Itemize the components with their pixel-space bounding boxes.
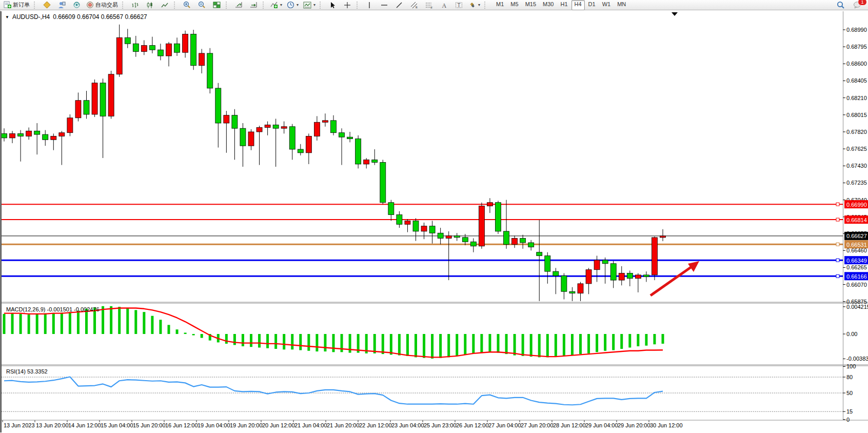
data-window-icon — [58, 1, 66, 9]
templates-button[interactable]: ▾ — [301, 0, 318, 10]
zoom-out-button[interactable] — [194, 0, 209, 10]
periods-clock-icon — [287, 1, 294, 9]
timeframe-H4[interactable]: H4 — [571, 0, 585, 10]
text-button[interactable]: A — [437, 0, 451, 10]
price-tick-label: 0.68990 — [846, 27, 867, 33]
time-axis-label: 29 Jun 04:00 — [585, 422, 618, 428]
macd-histogram-bar — [36, 314, 38, 334]
chart-canvas[interactable]: 0.689900.687950.686000.684050.682100.680… — [0, 0, 868, 433]
crosshair-button[interactable] — [340, 0, 354, 10]
trendline-icon — [396, 2, 403, 9]
hline-handle[interactable] — [836, 203, 839, 206]
indicators-button[interactable]: ▾ — [268, 0, 284, 10]
toolbar-grip — [122, 2, 126, 9]
macd-histogram-bar — [596, 334, 598, 352]
macd-histogram-bar — [291, 334, 293, 349]
candle-body — [75, 101, 81, 118]
toolbar-grip — [174, 2, 177, 9]
fibonacci-button[interactable]: F — [422, 0, 436, 10]
candle-body — [339, 133, 345, 137]
macd-histogram-bar — [480, 334, 483, 353]
candle-body — [183, 34, 188, 53]
hline-handle[interactable] — [836, 243, 839, 246]
candle-body — [174, 44, 180, 52]
toolbar-grip — [320, 2, 323, 9]
hline-price-tag-text: 0.66349 — [846, 258, 867, 264]
candle-body — [602, 260, 608, 264]
macd-histogram-bar — [143, 312, 145, 334]
equidistant-channel-icon: E — [410, 2, 418, 9]
symbol-title: AUDUSD-,H4 — [12, 13, 50, 21]
macd-histogram-bar — [497, 334, 500, 353]
cursor-button[interactable] — [325, 0, 340, 10]
macd-histogram-bar — [159, 320, 162, 334]
candle-body — [92, 83, 97, 114]
macd-histogram-bar — [546, 334, 549, 357]
macd-histogram-bar — [201, 334, 203, 338]
timeframe-M1[interactable]: M1 — [493, 0, 507, 10]
timeframe-D1[interactable]: D1 — [585, 0, 599, 10]
macd-histogram-bar — [118, 307, 121, 334]
timeframe-W1[interactable]: W1 — [599, 0, 614, 10]
trendline-button[interactable] — [392, 0, 406, 10]
macd-histogram-bar — [456, 334, 458, 356]
macd-histogram-bar — [620, 334, 623, 349]
macd-histogram-bar — [587, 334, 590, 353]
hline-handle[interactable] — [836, 274, 839, 278]
time-axis-label: 15 Jun 04:00 — [101, 422, 133, 428]
autotrading-button[interactable]: 自动交易 — [84, 0, 120, 10]
timeframe-M5[interactable]: M5 — [507, 0, 521, 10]
bar-chart-button[interactable] — [128, 0, 142, 10]
timeframe-H1[interactable]: H1 — [557, 0, 570, 10]
tile-windows-icon — [213, 1, 221, 9]
horizontal-line-button[interactable] — [377, 0, 391, 10]
notifications-button[interactable]: 1 — [850, 0, 864, 10]
price-tick-label: 0.67820 — [846, 129, 867, 135]
timeframe-MN[interactable]: MN — [614, 0, 629, 10]
macd-histogram-bar — [134, 310, 137, 334]
equidistant-channel-button[interactable]: E — [407, 0, 421, 10]
search-icon — [837, 1, 845, 9]
symbol-dropdown-icon[interactable]: ▼ — [5, 15, 9, 19]
time-axis-label: 21 Jun 20:00 — [327, 422, 360, 428]
candle-body — [454, 235, 460, 237]
candle-body — [413, 221, 419, 231]
periods-button[interactable]: ▾ — [285, 0, 301, 10]
macd-histogram-bar — [168, 325, 170, 334]
text-icon: A — [441, 2, 447, 9]
macd-histogram-bar — [176, 329, 179, 334]
tile-windows-button[interactable] — [209, 0, 224, 10]
macd-histogram-bar — [415, 334, 417, 357]
macd-histogram-bar — [77, 311, 80, 334]
candle-body — [569, 291, 575, 293]
hline-handle[interactable] — [836, 218, 839, 221]
candle-body — [537, 252, 542, 256]
text-label-button[interactable]: T — [451, 0, 466, 10]
candlestick-chart-icon — [146, 2, 153, 9]
candle-body — [586, 270, 591, 284]
candle-body — [421, 226, 427, 231]
macd-histogram-bar — [390, 334, 392, 355]
line-chart-button[interactable] — [157, 0, 172, 10]
macd-histogram-bar — [522, 334, 524, 356]
macd-histogram-bar — [85, 309, 88, 334]
arrows-button[interactable]: ▾ — [466, 0, 482, 10]
rsi-tick-label: 15 — [846, 408, 853, 415]
vertical-line-button[interactable] — [362, 0, 377, 10]
timeframe-M30[interactable]: M30 — [540, 0, 557, 10]
data-window-button[interactable] — [54, 0, 69, 10]
hline-price-tag-text: 0.66814 — [846, 217, 867, 223]
hline-handle[interactable] — [836, 259, 839, 262]
macd-histogram-bar — [11, 313, 14, 334]
strategy-tester-button[interactable] — [69, 0, 84, 10]
candle-body — [635, 275, 641, 279]
zoom-in-button[interactable] — [180, 0, 194, 10]
market-watch-button[interactable] — [40, 0, 54, 10]
auto-scroll-button[interactable] — [231, 0, 246, 10]
timeframe-M15[interactable]: M15 — [522, 0, 539, 10]
search-button[interactable] — [834, 0, 848, 10]
new-order-button[interactable]: 新订单 — [2, 0, 32, 10]
chart-shift-button[interactable] — [246, 0, 261, 10]
candlestick-chart-button[interactable] — [143, 0, 157, 10]
macd-tick-label: 0.00 — [846, 331, 857, 337]
